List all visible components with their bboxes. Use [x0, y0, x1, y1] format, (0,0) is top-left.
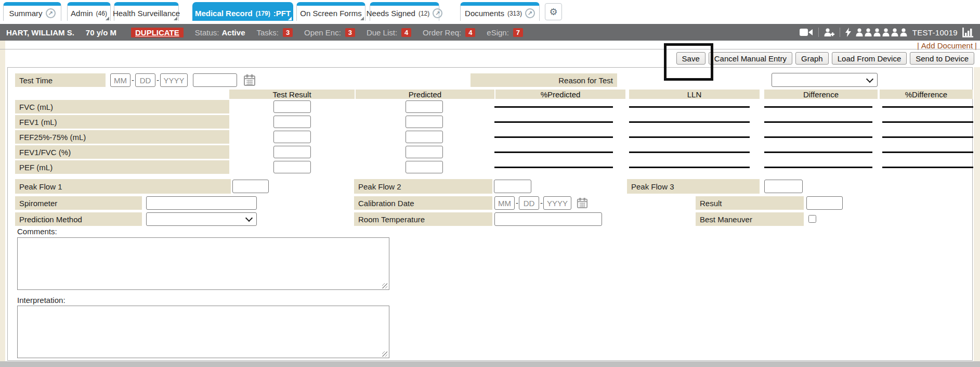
esign-label: eSign:: [487, 28, 509, 37]
person-icon: [865, 28, 872, 36]
pef-predicted-input[interactable]: [406, 161, 443, 173]
pef-difference-line: [764, 167, 872, 168]
external-link-icon: ↗: [525, 8, 535, 18]
fev1-percent-difference-line: [882, 121, 973, 123]
person-add-icon[interactable]: [824, 28, 834, 37]
video-camera-icon[interactable]: [800, 28, 813, 36]
peak-flow-3-input[interactable]: [764, 180, 803, 193]
chevron-down-icon: [288, 17, 292, 20]
person-icon: [891, 28, 898, 36]
column-header-predicted: Predicted: [356, 90, 494, 99]
tab-documents[interactable]: Documents (313) ↗: [460, 2, 540, 21]
tab-on-screen-forms[interactable]: On Screen Forms: [296, 2, 365, 21]
peak-flow-2-input[interactable]: [494, 180, 531, 193]
prediction-method-select[interactable]: [146, 212, 257, 226]
tasks-badge: 3: [283, 28, 293, 37]
calibration-year-input[interactable]: [543, 196, 571, 210]
test-time-time-input[interactable]: [193, 73, 237, 87]
comments-textarea[interactable]: [17, 237, 389, 290]
pft-form-panel: Test Time - - Reason for Test Test Resul…: [7, 67, 973, 361]
tab-medical-record[interactable]: Medical Record (179) :PFT: [192, 2, 293, 21]
calendar-icon[interactable]: [576, 196, 589, 210]
pef-lln-line: [629, 167, 750, 168]
test-time-day-input[interactable]: [135, 73, 155, 87]
pef-test-result-input[interactable]: [273, 161, 311, 173]
test-time-label: Test Time: [15, 73, 106, 87]
spirometer-input[interactable]: [146, 196, 257, 210]
person-icon: [873, 28, 881, 36]
tab-admin[interactable]: Admin (46): [67, 2, 111, 21]
open-enc-badge: 3: [345, 28, 355, 37]
tab-needs-signed-count: (12): [419, 10, 429, 17]
best-maneuver-checkbox[interactable]: [808, 215, 816, 223]
fvc-percent-difference-line: [882, 106, 973, 108]
fef25-75-test-result-input[interactable]: [273, 131, 311, 143]
row-label-fev1-fvc: FEV1/FVC (%): [15, 145, 229, 159]
peak-flow-2-label: Peak Flow 2: [354, 179, 492, 194]
person-icon: [882, 28, 890, 36]
result-label: Result: [696, 196, 804, 210]
tab-settings-button[interactable]: ⚙: [545, 3, 562, 20]
reason-for-test-select[interactable]: [772, 73, 878, 87]
bar-chart-icon[interactable]: [962, 28, 974, 37]
room-temperature-input[interactable]: [494, 212, 602, 226]
test-time-month-input[interactable]: [110, 73, 130, 87]
fev1-fvc-test-result-input[interactable]: [273, 146, 311, 158]
column-header-lln: LLN: [629, 90, 760, 99]
peak-flow-1-input[interactable]: [232, 180, 269, 193]
tab-summary[interactable]: Summary ↗: [3, 2, 61, 21]
duplicate-badge: DUPLICATE: [131, 28, 184, 37]
load-from-device-button[interactable]: Load From Device: [832, 52, 907, 65]
save-button[interactable]: Save: [676, 52, 705, 65]
calendar-icon[interactable]: [243, 73, 256, 87]
person-icon: [856, 28, 863, 36]
spirometer-label: Spirometer: [15, 196, 142, 210]
due-list-badge: 4: [401, 28, 411, 37]
fev1-predicted-input[interactable]: [406, 116, 443, 128]
fev1-test-result-input[interactable]: [273, 116, 311, 128]
patient-name: HART, WILLIAM S.: [6, 28, 74, 37]
person-icon-group: [856, 28, 907, 36]
fev1-fvc-predicted-input[interactable]: [406, 146, 443, 158]
external-link-icon: ↗: [433, 8, 442, 18]
lightning-icon[interactable]: [845, 28, 852, 37]
fvc-difference-line: [764, 106, 872, 108]
fef25-75-percent-predicted-line: [494, 136, 613, 138]
tab-health-surveillance[interactable]: Health Surveillance: [114, 2, 179, 21]
reason-for-test-label: Reason for Test: [471, 73, 617, 87]
test-time-year-input[interactable]: [160, 73, 188, 87]
header-divider: [0, 49, 980, 49]
cancel-manual-entry-button[interactable]: Cancel Manual Entry: [709, 52, 792, 65]
fev1-lln-line: [629, 121, 750, 123]
tab-documents-count: (313): [507, 10, 522, 17]
date-separator: -: [132, 73, 134, 87]
divider: [818, 28, 819, 37]
tab-medical-record-label: Medical Record: [195, 9, 253, 18]
interpretation-label: Interpretation:: [17, 296, 66, 305]
graph-button[interactable]: Graph: [795, 52, 829, 65]
fvc-test-result-input[interactable]: [273, 100, 311, 113]
prediction-method-label: Prediction Method: [15, 212, 142, 226]
gears-icon: ⚙: [549, 6, 557, 18]
fef25-75-predicted-input[interactable]: [406, 131, 443, 143]
tab-health-surveillance-label: Health Surveillance: [113, 9, 180, 18]
result-input[interactable]: [806, 196, 843, 210]
chevron-down-icon: [106, 17, 109, 20]
interpretation-textarea[interactable]: [17, 306, 389, 358]
chevron-down-icon: [866, 75, 873, 82]
fev1-percent-predicted-line: [494, 121, 613, 123]
column-header-difference: Difference: [764, 90, 878, 99]
peak-flow-1-label: Peak Flow 1: [15, 179, 231, 194]
banner-right-group: TEST-10019: [800, 28, 974, 37]
fev1-fvc-percent-difference-line: [882, 151, 973, 153]
tab-documents-label: Documents: [465, 9, 504, 18]
chevron-down-icon: [174, 17, 177, 20]
send-to-device-button[interactable]: Send to Device: [910, 52, 974, 65]
fvc-predicted-input[interactable]: [406, 100, 443, 113]
calibration-day-input[interactable]: [519, 196, 539, 210]
calibration-date-label: Calibration Date: [354, 196, 492, 210]
esign-badge: 7: [513, 28, 523, 37]
calibration-month-input[interactable]: [494, 196, 515, 210]
external-link-icon: ↗: [46, 8, 56, 18]
tab-needs-signed[interactable]: Needs Signed (12) ↗: [370, 2, 439, 21]
